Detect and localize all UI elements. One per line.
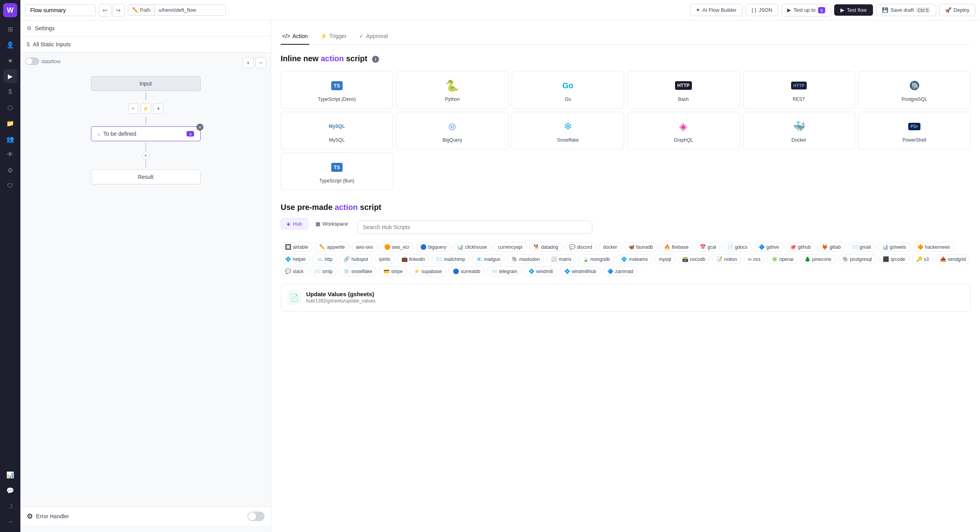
- lang-card-mysql[interactable]: MySQL MySQL: [281, 112, 393, 149]
- tag-sendgrid[interactable]: 📤sendgrid: [936, 254, 970, 264]
- sidebar-item-user[interactable]: 👤: [3, 38, 17, 52]
- lang-card-rest[interactable]: HTTP REST: [743, 71, 855, 109]
- sidebar-item-flows[interactable]: ▶: [3, 69, 17, 83]
- tag-faunadb[interactable]: 🦋faunadb: [624, 242, 657, 252]
- ai-flow-builder-button[interactable]: ✦ AI Flow Builder: [690, 4, 742, 16]
- tag-snowflake[interactable]: ❄️snowflake: [339, 266, 376, 276]
- tag-pinecone[interactable]: 🌲pinecone: [800, 254, 836, 264]
- sidebar-item-billing[interactable]: $: [3, 85, 17, 99]
- canvas-remove-button[interactable]: −: [255, 57, 266, 68]
- sidebar-item-star[interactable]: ★: [3, 53, 17, 67]
- test-up-to-button[interactable]: ▶ Test up to a: [781, 4, 831, 16]
- json-button[interactable]: { } JSON: [746, 4, 778, 16]
- tag-mongodb[interactable]: 🍃mongodb: [578, 254, 614, 264]
- tag-msteams[interactable]: 💠msteams: [617, 254, 652, 264]
- sidebar-item-people[interactable]: 👥: [3, 132, 17, 146]
- tag-surrealdb[interactable]: 🔵surrealdb: [448, 266, 485, 276]
- result-node[interactable]: Result: [91, 169, 201, 184]
- lang-card-powershell[interactable]: PS> PowerShell: [858, 112, 971, 149]
- info-icon[interactable]: i: [372, 56, 379, 63]
- add-node-button[interactable]: +: [142, 151, 150, 159]
- dataflow-switch[interactable]: [25, 57, 39, 65]
- tag-qrcode[interactable]: ⬛qrcode: [878, 254, 909, 264]
- tag-clickhouse[interactable]: 📊clickhouse: [453, 242, 491, 252]
- tag-docker[interactable]: docker: [599, 242, 622, 252]
- lang-card-graphql[interactable]: ◈ GraphQL: [627, 112, 740, 149]
- tag-telegram[interactable]: 📨telegram: [487, 266, 522, 276]
- tag-mastodon[interactable]: 🐘mastodon: [507, 254, 544, 264]
- tag-gsheets[interactable]: 📊gsheets: [878, 242, 911, 252]
- tag-aws-ses[interactable]: aws-ses: [352, 242, 377, 252]
- tag-openai[interactable]: ✳️openai: [767, 254, 798, 264]
- tag-stripe[interactable]: 💳stripe: [379, 266, 407, 276]
- magic-icon[interactable]: ✦: [153, 104, 163, 114]
- tag-gmail[interactable]: ✉️gmail: [848, 242, 875, 252]
- tag-mysql[interactable]: mysql: [655, 254, 675, 264]
- tab-approval[interactable]: ✓ Approval: [358, 30, 389, 45]
- tag-smtp[interactable]: ✉️smtp: [310, 266, 337, 276]
- lang-card-typescript-bun[interactable]: TS TypeScript (Bun): [281, 153, 393, 190]
- sidebar-item-security[interactable]: 🛡: [3, 179, 17, 193]
- tag-gdocs[interactable]: 📄gdocs: [723, 242, 752, 252]
- tag-notion[interactable]: 📝notion: [712, 254, 741, 264]
- featured-script-card[interactable]: 📄 Update Values (gsheets) hub/1392/gshee…: [281, 284, 971, 312]
- tab-action[interactable]: </> Action: [281, 30, 309, 45]
- tag-gdrive[interactable]: 🔷gdrive: [754, 242, 784, 252]
- tag-helper[interactable]: 💠helper: [281, 254, 310, 264]
- sidebar-item-files[interactable]: 📁: [3, 116, 17, 130]
- flow-name-input[interactable]: Flow summary: [25, 4, 96, 16]
- tag-ocs[interactable]: ∞ocs: [744, 254, 765, 264]
- tag-datadog[interactable]: 🐕datadog: [529, 242, 563, 252]
- close-node-button[interactable]: ✕: [196, 124, 203, 131]
- lang-card-typescript-deno[interactable]: TS TypeScript (Deno): [281, 71, 393, 109]
- tag-matrix[interactable]: ⬜matrix: [546, 254, 576, 264]
- error-handler-toggle[interactable]: [247, 512, 265, 521]
- tag-nocodb[interactable]: 🗃️nocodb: [678, 254, 710, 264]
- add-step-icon[interactable]: +: [128, 104, 138, 114]
- tag-firebase[interactable]: 🔥firebase: [660, 242, 693, 252]
- tag-gcal[interactable]: 📅gcal: [695, 242, 720, 252]
- tag-hackernews[interactable]: 🔶hackernews: [913, 242, 955, 252]
- sidebar-item-theme[interactable]: ☽: [3, 499, 17, 513]
- lang-card-bigquery[interactable]: ◎ BigQuery: [396, 112, 509, 149]
- sidebar-item-dashboard[interactable]: ⊞: [3, 22, 17, 36]
- tag-linkedin[interactable]: 💼linkedin: [397, 254, 430, 264]
- tag-s3[interactable]: 🔑s3: [912, 254, 933, 264]
- tag-github[interactable]: 🐙github: [786, 242, 815, 252]
- lang-card-postgresql[interactable]: 🐘 PostgreSQL: [858, 71, 971, 109]
- tag-slack[interactable]: 💬slack: [281, 266, 308, 276]
- sidebar-item-discord[interactable]: 💬: [3, 483, 17, 497]
- sidebar-item-chart[interactable]: 📊: [3, 468, 17, 482]
- tag-mailchimp[interactable]: ✉️mailchimp: [432, 254, 469, 264]
- tag-zammad[interactable]: 🔷zammad: [603, 266, 637, 276]
- lang-card-snowflake[interactable]: ❄ Snowflake: [512, 112, 624, 149]
- deploy-button[interactable]: 🚀 Deploy: [939, 4, 975, 16]
- app-logo[interactable]: W: [3, 3, 17, 17]
- lang-card-python[interactable]: 🐍 Python: [396, 71, 509, 109]
- input-node[interactable]: Input: [91, 76, 201, 91]
- tag-mailgun[interactable]: 📧mailgun: [472, 254, 505, 264]
- lang-card-bash[interactable]: HTTP Bash: [627, 71, 740, 109]
- tag-airtable[interactable]: 🔲airtable: [281, 242, 312, 252]
- tab-trigger[interactable]: ⚡ Trigger: [319, 30, 348, 45]
- path-input[interactable]: u/henri/deft_flow: [155, 5, 225, 15]
- tag-windmill[interactable]: 💠windmill: [524, 266, 557, 276]
- tag-ipinfo[interactable]: ipinfo: [375, 254, 395, 264]
- test-flow-button[interactable]: ▶ Test flow: [834, 4, 873, 16]
- action-node[interactable]: ✕ ↓ To be defined a: [91, 126, 201, 141]
- sidebar-item-audit[interactable]: 👁: [3, 148, 17, 162]
- tab-hub[interactable]: ◈ Hub: [281, 218, 308, 230]
- tag-http[interactable]: ☁️http: [312, 254, 337, 264]
- tag-windmillhub[interactable]: 💠windmillhub: [560, 266, 601, 276]
- undo-button[interactable]: ↩: [99, 4, 111, 16]
- save-draft-button[interactable]: 💾 Save draft Ctrl S: [876, 4, 936, 16]
- tag-supabase[interactable]: ⚡supabase: [409, 266, 446, 276]
- tag-discord[interactable]: 💬discord: [565, 242, 597, 252]
- redo-button[interactable]: ↪: [112, 4, 125, 16]
- sidebar-item-collapse[interactable]: →: [3, 515, 17, 529]
- sidebar-item-settings[interactable]: ⚙: [3, 163, 17, 177]
- tag-appwrite[interactable]: ✏️appwrite: [315, 242, 349, 252]
- lang-card-go[interactable]: Go Go: [512, 71, 624, 109]
- tag-aws-ecr[interactable]: 🟠aws_ecr: [380, 242, 414, 252]
- lang-card-docker[interactable]: 🐳 Docker: [743, 112, 855, 149]
